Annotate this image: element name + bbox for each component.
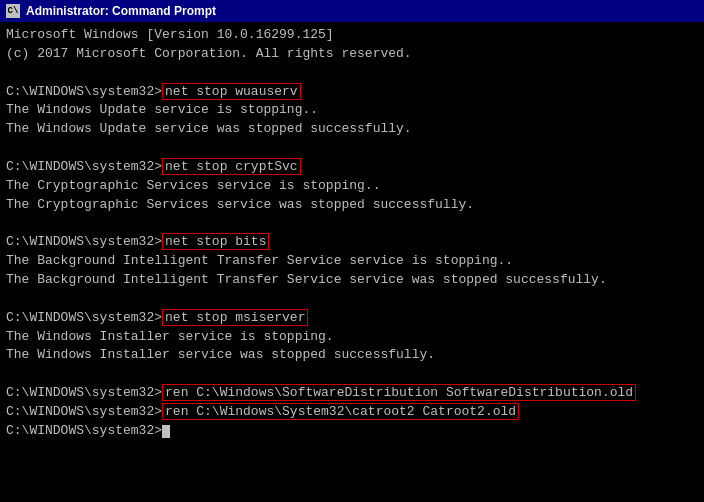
prompt: C:\WINDOWS\system32>: [6, 423, 162, 438]
prompt: C:\WINDOWS\system32>: [6, 385, 162, 400]
final-prompt-line: C:\WINDOWS\system32>: [6, 422, 698, 441]
cursor: [162, 425, 170, 438]
prompt: C:\WINDOWS\system32>: [6, 159, 162, 174]
command-line: C:\WINDOWS\system32>net stop bits: [6, 233, 698, 252]
window-icon: C\: [6, 4, 20, 18]
output-line: The Cryptographic Services service was s…: [6, 196, 698, 215]
empty-line: [6, 365, 698, 384]
command-line: C:\WINDOWS\system32>ren C:\Windows\Softw…: [6, 384, 698, 403]
command-box: net stop cryptSvc: [162, 158, 301, 175]
empty-line: [6, 64, 698, 83]
empty-line: [6, 290, 698, 309]
command-box: ren C:\Windows\System32\catroot2 Catroot…: [162, 403, 519, 420]
command-line: C:\WINDOWS\system32>ren C:\Windows\Syste…: [6, 403, 698, 422]
empty-line: [6, 214, 698, 233]
command-line: C:\WINDOWS\system32>net stop msiserver: [6, 309, 698, 328]
output-line: The Windows Update service is stopping..: [6, 101, 698, 120]
command-box: ren C:\Windows\SoftwareDistribution Soft…: [162, 384, 636, 401]
output-line: The Background Intelligent Transfer Serv…: [6, 271, 698, 290]
title-bar: C\ Administrator: Command Prompt: [0, 0, 704, 22]
output-line: (c) 2017 Microsoft Corporation. All righ…: [6, 45, 698, 64]
output-line: The Windows Installer service was stoppe…: [6, 346, 698, 365]
output-line: The Cryptographic Services service is st…: [6, 177, 698, 196]
prompt: C:\WINDOWS\system32>: [6, 84, 162, 99]
command-box: net stop wuauserv: [162, 83, 301, 100]
output-line: Microsoft Windows [Version 10.0.16299.12…: [6, 26, 698, 45]
terminal-window: Microsoft Windows [Version 10.0.16299.12…: [0, 22, 704, 502]
command-box: net stop msiserver: [162, 309, 308, 326]
prompt: C:\WINDOWS\system32>: [6, 234, 162, 249]
output-line: The Windows Installer service is stoppin…: [6, 328, 698, 347]
prompt: C:\WINDOWS\system32>: [6, 404, 162, 419]
prompt: C:\WINDOWS\system32>: [6, 310, 162, 325]
empty-line: [6, 139, 698, 158]
command-line: C:\WINDOWS\system32>net stop cryptSvc: [6, 158, 698, 177]
command-box: net stop bits: [162, 233, 269, 250]
window-title: Administrator: Command Prompt: [26, 4, 216, 18]
output-line: The Windows Update service was stopped s…: [6, 120, 698, 139]
output-line: The Background Intelligent Transfer Serv…: [6, 252, 698, 271]
command-line: C:\WINDOWS\system32>net stop wuauserv: [6, 83, 698, 102]
